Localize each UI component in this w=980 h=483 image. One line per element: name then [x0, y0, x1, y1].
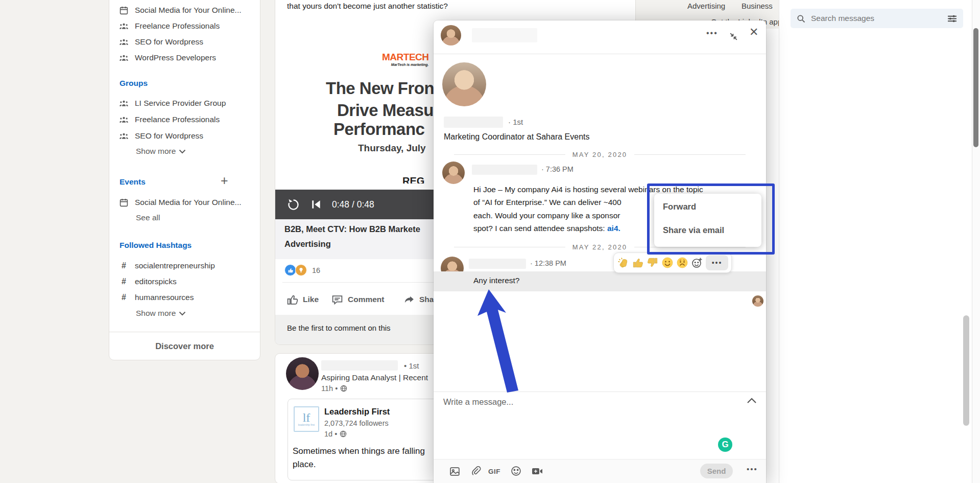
hashtag-item[interactable]: # editorspicks [119, 275, 177, 288]
more-options-icon[interactable]: ••• [747, 465, 758, 473]
group-icon [119, 38, 128, 47]
sidebar-item-group[interactable]: Freelance Professionals [119, 19, 220, 33]
group-icon [119, 132, 128, 141]
reactions-count: 16 [312, 266, 320, 274]
hashtag-icon: # [119, 261, 128, 270]
redacted-name [321, 360, 398, 371]
sidebar-item-group[interactable]: LI Service Provider Group [119, 97, 226, 110]
sidebar-item-event[interactable]: Social Media for Your Online... [119, 196, 242, 209]
hashtag-item[interactable]: # socialentrepreneurship [119, 259, 215, 272]
connection-degree: · 1st [508, 118, 523, 126]
avatar[interactable] [442, 162, 465, 184]
profile-avatar[interactable] [442, 62, 486, 106]
sidebar-item-group[interactable]: WordPress Developers [119, 51, 216, 64]
emoji-icon[interactable] [511, 466, 521, 476]
search-messages-input[interactable] [810, 13, 943, 24]
message-input[interactable]: Write a message... [443, 397, 513, 407]
globe-icon [340, 385, 347, 392]
smile-icon[interactable] [661, 257, 674, 269]
collapse-icon[interactable] [728, 31, 739, 42]
divider [434, 392, 766, 392]
filter-icon[interactable] [947, 14, 957, 23]
attachment-icon[interactable] [471, 466, 482, 476]
redacted-name [444, 117, 503, 128]
more-icon[interactable]: ••• [706, 255, 728, 270]
redacted-name [472, 165, 537, 175]
shared-post-time: 1d • [324, 430, 347, 438]
compose-toolbar: GIF Send ••• [434, 459, 766, 483]
group-icon [119, 99, 128, 108]
avatar[interactable] [441, 25, 461, 45]
sidebar-item-group[interactable]: Freelance Professionals [119, 113, 220, 126]
like-reaction-icon [284, 264, 296, 276]
comment-icon [331, 294, 343, 306]
clap-icon[interactable] [617, 257, 629, 269]
menu-item-forward[interactable]: Forward [663, 202, 696, 212]
grammarly-icon[interactable]: G [718, 438, 732, 452]
close-icon[interactable]: ✕ [749, 26, 758, 39]
message-link[interactable]: ai4. [607, 224, 620, 233]
add-event-button[interactable]: + [221, 173, 228, 188]
article-headline-line: Drive Measu [337, 101, 434, 120]
hashtag-item[interactable]: # humanresources [119, 291, 194, 304]
nav-link-business[interactable]: Business [742, 2, 773, 10]
shared-post-text-line: Sometimes when things are falling [293, 446, 425, 456]
list-scrollbar-thumb[interactable] [963, 315, 969, 426]
sidebar-item-group[interactable]: SEO for Wordpress [119, 129, 203, 143]
group-icon [119, 22, 128, 31]
followed-hashtags-header: Followed Hashtags [119, 241, 192, 250]
sidebar-item-event[interactable]: Social Media for Your Online... [119, 4, 242, 17]
article-headline-line: The New Fronti [326, 79, 444, 98]
window-scrollbar-thumb[interactable] [973, 28, 978, 147]
redacted-name [469, 259, 526, 269]
post-text: that yours don't become just another sta… [287, 2, 448, 11]
leadership-first-logo: lf leadership first [294, 406, 319, 432]
replay-icon[interactable] [286, 198, 300, 212]
group-icon [119, 116, 128, 124]
like-button[interactable]: Like [286, 289, 319, 310]
post-reactions[interactable]: 16 [284, 264, 320, 276]
message-hover-row[interactable]: Any interest? [434, 271, 766, 291]
linkedin-messaging-screen: { "colors": { "accent_blue": "#0a66c2", … [0, 0, 980, 483]
comment-button[interactable]: Comment [331, 289, 384, 310]
globe-icon [340, 430, 347, 438]
share-button[interactable]: Sha [403, 289, 434, 310]
shared-page-name[interactable]: Leadership First [324, 407, 390, 417]
discover-more-link[interactable]: Discover more [109, 341, 260, 351]
chevron-up-icon[interactable] [747, 397, 757, 404]
calendar-icon [119, 198, 128, 207]
sad-icon[interactable] [676, 257, 688, 269]
share-icon [403, 294, 415, 306]
article-headline-line: Performanc [333, 120, 424, 139]
events-header: Events [119, 177, 146, 187]
sidebar-item-group[interactable]: SEO for Wordpress [119, 35, 203, 49]
video-time: 0:48 / 0:48 [332, 199, 374, 210]
left-sidebar: Social Media for Your Online... Freelanc… [109, 0, 260, 360]
thumbs-down-icon[interactable] [647, 257, 659, 269]
calendar-icon [119, 6, 128, 15]
add-reaction-icon[interactable] [691, 257, 703, 269]
search-messages-bar [791, 9, 963, 28]
menu-item-share-via-email[interactable]: Share via email [663, 225, 724, 235]
avatar[interactable] [286, 357, 319, 390]
chevron-down-icon [179, 311, 186, 316]
image-icon[interactable] [449, 466, 460, 477]
like-icon [286, 294, 298, 306]
date-divider: MAY 20, 2020 [454, 151, 746, 158]
nav-link-advertising[interactable]: Advertising [687, 2, 725, 10]
video-meeting-icon[interactable] [532, 466, 543, 476]
skip-to-start-icon[interactable] [310, 199, 322, 210]
more-options-icon[interactable]: ••• [706, 29, 718, 38]
message-body: Any interest? [473, 276, 519, 285]
messages-panel [779, 0, 980, 483]
thumbs-up-icon[interactable] [632, 257, 644, 269]
send-button[interactable]: Send [700, 464, 733, 478]
groups-header: Groups [119, 79, 148, 88]
hashtag-icon: # [119, 293, 128, 302]
interest-reaction-icon [295, 264, 307, 276]
see-all-events[interactable]: See all [136, 213, 160, 222]
show-more-hashtags[interactable]: Show more [136, 309, 186, 318]
message-time: · 7:36 PM [541, 165, 573, 173]
gif-icon[interactable]: GIF [488, 468, 500, 475]
show-more-groups[interactable]: Show more [136, 147, 186, 156]
